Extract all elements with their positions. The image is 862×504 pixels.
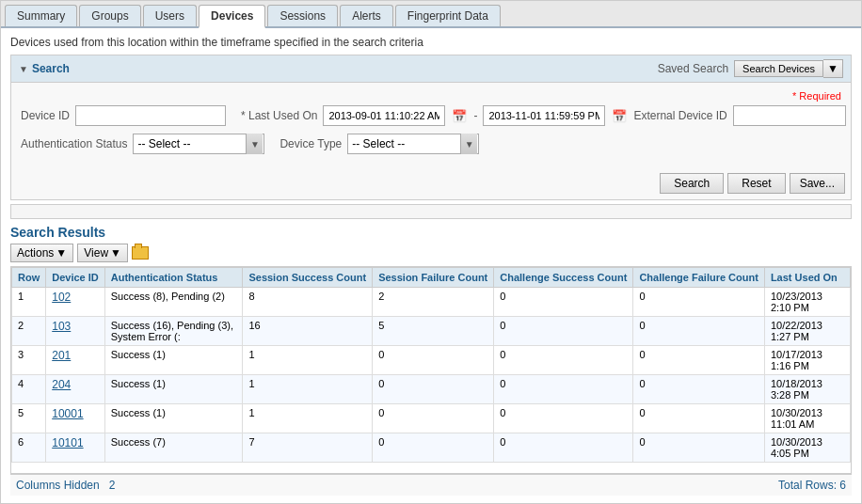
auth-status-field: Authentication Status -- Select -- ▼ [21, 134, 264, 154]
cell-challenge-failure: 0 [633, 317, 765, 346]
cell-auth-status: Success (8), Pending (2) [104, 288, 243, 317]
search-row-1: Device ID * Last Used On 📅 - 📅 External … [21, 105, 841, 126]
cell-row: 1 [12, 288, 46, 317]
device-type-field: Device Type -- Select -- ▼ [279, 134, 479, 154]
cell-last-used: 10/30/2013 4:05 PM [764, 433, 850, 463]
search-row-2: Authentication Status -- Select -- ▼ Dev… [21, 134, 841, 154]
cell-challenge-success: 0 [494, 346, 633, 375]
search-header: ▼ Search Saved Search Search Devices ▼ [11, 55, 851, 83]
page-description: Devices used from this location within t… [10, 36, 852, 49]
cell-challenge-failure: 0 [633, 433, 765, 463]
last-used-label: * Last Used On [241, 109, 317, 122]
tab-alerts[interactable]: Alerts [340, 5, 393, 26]
cell-row: 5 [12, 404, 46, 433]
actions-label: Actions [17, 246, 54, 260]
main-container: Summary Groups Users Devices Sessions Al… [0, 0, 862, 504]
table-row: 6 10101 Success (7) 7 0 0 0 10/30/2013 4… [12, 433, 851, 463]
table-row: 4 204 Success (1) 1 0 0 0 10/18/2013 3:2… [12, 375, 851, 404]
search-button[interactable]: Search [660, 173, 724, 194]
cell-last-used: 10/22/2013 1:27 PM [764, 317, 850, 346]
cell-session-success: 1 [243, 375, 373, 404]
search-body: * Required Device ID * Last Used On 📅 - … [11, 83, 851, 169]
reset-button[interactable]: Reset [727, 173, 785, 194]
columns-hidden-label: Columns Hidden [16, 479, 100, 492]
search-devices-button-group: Search Devices ▼ [734, 59, 843, 78]
col-device-id: Device ID [46, 268, 105, 288]
search-devices-main-btn[interactable]: Search Devices [734, 60, 823, 77]
cell-session-failure: 5 [373, 317, 494, 346]
total-rows-info: Total Rows: 6 [778, 479, 846, 492]
actions-dropdown-icon: ▼ [56, 246, 67, 260]
cell-session-failure: 0 [373, 433, 494, 463]
cell-session-success: 7 [243, 433, 373, 463]
col-auth-status: Authentication Status [104, 268, 243, 288]
cell-device-id[interactable]: 201 [46, 346, 105, 375]
table-row: 2 103 Success (16), Pending (3), System … [12, 317, 851, 346]
cell-session-success: 8 [243, 288, 373, 317]
device-id-input[interactable] [75, 105, 226, 126]
results-table: Row Device ID Authentication Status Sess… [11, 267, 851, 463]
cell-row: 2 [12, 317, 46, 346]
cell-device-id[interactable]: 204 [46, 375, 105, 404]
auth-status-select[interactable]: -- Select -- [133, 134, 264, 154]
tab-summary[interactable]: Summary [5, 5, 77, 26]
tab-sessions[interactable]: Sessions [267, 5, 338, 26]
saved-search-area: Saved Search Search Devices ▼ [658, 59, 843, 78]
external-device-id-input[interactable] [733, 105, 846, 126]
results-toolbar: Actions ▼ View ▼ [10, 244, 852, 262]
results-section: Search Results Actions ▼ View ▼ Row [10, 225, 852, 496]
table-header-row: Row Device ID Authentication Status Sess… [12, 268, 851, 288]
cell-last-used: 10/30/2013 11:01 AM [764, 404, 850, 433]
col-challenge-failure: Challenge Failure Count [633, 268, 765, 288]
folder-icon[interactable] [132, 246, 149, 260]
results-table-container: Row Device ID Authentication Status Sess… [10, 266, 852, 474]
cell-device-id[interactable]: 103 [46, 317, 105, 346]
device-type-select-wrapper: -- Select -- ▼ [347, 134, 479, 154]
tab-devices[interactable]: Devices [199, 5, 265, 28]
cell-session-success: 16 [243, 317, 373, 346]
tab-fingerprint[interactable]: Fingerprint Data [395, 5, 501, 26]
col-session-failure: Session Failure Count [373, 268, 494, 288]
device-type-select[interactable]: -- Select -- [347, 134, 479, 154]
view-label: View [84, 246, 108, 260]
tab-bar: Summary Groups Users Devices Sessions Al… [1, 1, 861, 28]
cell-device-id[interactable]: 102 [46, 288, 105, 317]
cell-auth-status: Success (1) [104, 346, 243, 375]
last-used-field: * Last Used On 📅 - 📅 External Device ID [241, 105, 846, 126]
cell-device-id[interactable]: 10001 [46, 404, 105, 433]
cell-auth-status: Success (7) [104, 433, 243, 463]
date-to-input[interactable] [483, 105, 605, 126]
search-devices-dropdown-btn[interactable]: ▼ [823, 59, 843, 78]
cell-device-id[interactable]: 10101 [46, 433, 105, 463]
view-dropdown-icon: ▼ [110, 246, 121, 260]
cell-row: 6 [12, 433, 46, 463]
cell-last-used: 10/17/2013 1:16 PM [764, 346, 850, 375]
cell-session-failure: 0 [373, 346, 494, 375]
col-challenge-success: Challenge Success Count [494, 268, 633, 288]
actions-button[interactable]: Actions ▼ [10, 244, 73, 262]
cell-row: 3 [12, 346, 46, 375]
calendar-from-icon[interactable]: 📅 [451, 107, 468, 124]
save-button[interactable]: Save... [790, 173, 845, 194]
cell-challenge-success: 0 [494, 433, 633, 463]
col-session-success: Session Success Count [243, 268, 373, 288]
calendar-to-icon[interactable]: 📅 [611, 107, 628, 124]
search-title: ▼ Search [19, 62, 70, 75]
date-from-input[interactable] [323, 105, 445, 126]
cell-row: 4 [12, 375, 46, 404]
col-last-used: Last Used On [764, 268, 850, 288]
cell-session-failure: 2 [373, 288, 494, 317]
view-button[interactable]: View ▼ [77, 244, 128, 262]
required-note: * Required [21, 90, 841, 102]
device-type-label: Device Type [279, 137, 342, 150]
cell-challenge-success: 0 [494, 404, 633, 433]
tab-users[interactable]: Users [143, 5, 197, 26]
cell-challenge-success: 0 [494, 317, 633, 346]
cell-challenge-success: 0 [494, 288, 633, 317]
cell-auth-status: Success (1) [104, 404, 243, 433]
tab-groups[interactable]: Groups [79, 5, 140, 26]
horizontal-scrollbar[interactable] [10, 204, 852, 219]
collapse-icon[interactable]: ▼ [19, 64, 28, 74]
device-id-label: Device ID [21, 109, 70, 122]
external-device-id-label: External Device ID [633, 109, 726, 122]
